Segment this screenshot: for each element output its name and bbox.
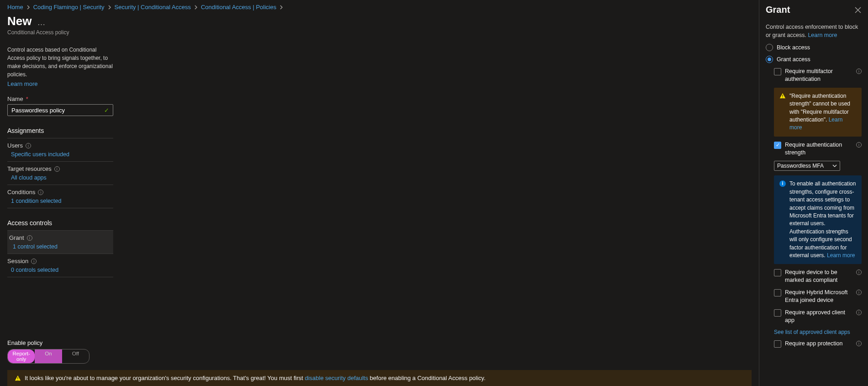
name-label: Name — [7, 95, 23, 102]
disable-security-defaults-link[interactable]: disable security defaults — [305, 375, 368, 381]
access-controls-heading: Access controls — [7, 219, 113, 231]
require-hybrid-checkbox[interactable] — [774, 289, 781, 296]
require-approved-app-label: Require approved client app — [785, 309, 852, 324]
enable-policy-label: Enable policy — [7, 339, 752, 346]
warning-bar: It looks like you're about to manage you… — [7, 370, 752, 386]
session-link[interactable]: 0 controls selected — [7, 267, 58, 273]
info-icon[interactable]: i — [856, 270, 862, 275]
panel-title: Grant — [766, 5, 790, 15]
session-label: Session — [7, 258, 28, 264]
chevron-right-icon — [107, 5, 112, 10]
breadcrumb-3[interactable]: Conditional Access | Policies — [201, 4, 276, 11]
breadcrumb: Home Coding Flamingo | Security Security… — [0, 0, 759, 14]
name-value: Passwordless policy — [11, 107, 65, 114]
info-icon[interactable]: i — [856, 142, 862, 148]
users-label: Users — [7, 142, 23, 149]
require-auth-strength-label: Require authentication strength — [785, 141, 852, 157]
warning-icon — [779, 93, 786, 99]
auth-strength-info-callout: i To enable all authentication strengths… — [774, 175, 862, 264]
intro-text: Control access based on Conditional Acce… — [7, 46, 113, 79]
see-approved-apps-link[interactable]: See list of approved client apps — [774, 329, 862, 335]
require-compliant-checkbox[interactable] — [774, 269, 781, 276]
more-menu-icon[interactable]: … — [37, 18, 45, 27]
require-approved-app-checkbox[interactable] — [774, 309, 781, 317]
page-title: New — [7, 14, 32, 28]
require-app-protection-label: Require app protection — [785, 340, 852, 348]
info-icon[interactable]: i — [54, 166, 60, 172]
mfa-warning-callout: "Require authentication strength" cannot… — [774, 88, 862, 137]
grant-access-radio[interactable]: Grant access — [766, 56, 862, 63]
panel-learn-more[interactable]: Learn more — [808, 32, 837, 38]
conditions-link[interactable]: 1 condition selected — [7, 198, 62, 204]
auth-strength-info-text: To enable all authentication strengths, … — [789, 180, 856, 259]
warn-text-2: before enabling a Conditional Access pol… — [368, 375, 485, 381]
radio-icon — [766, 44, 773, 51]
toggle-off[interactable]: Off — [62, 349, 89, 363]
auth-strength-learn-more[interactable]: Learn more — [827, 252, 855, 259]
warn-text-1: It looks like you're about to manage you… — [25, 375, 305, 381]
auth-strength-value: Passwordless MFA — [777, 163, 824, 169]
radio-icon — [766, 56, 773, 63]
toggle-on[interactable]: On — [35, 349, 62, 363]
warning-icon — [15, 375, 21, 381]
grant-access-label: Grant access — [777, 56, 810, 63]
check-icon: ✓ — [104, 107, 109, 114]
auth-strength-dropdown[interactable]: Passwordless MFA — [774, 161, 840, 171]
chevron-right-icon — [26, 5, 31, 10]
chevron-down-icon — [832, 164, 837, 168]
target-link[interactable]: All cloud apps — [7, 174, 47, 181]
assignments-heading: Assignments — [7, 127, 113, 138]
require-compliant-label: Require device to be marked as compliant — [785, 269, 852, 284]
block-access-label: Block access — [777, 44, 810, 51]
users-link[interactable]: Specific users included — [7, 151, 69, 158]
breadcrumb-1[interactable]: Coding Flamingo | Security — [33, 4, 105, 11]
intro-learn-more[interactable]: Learn more — [7, 80, 37, 87]
require-auth-strength-checkbox[interactable] — [774, 142, 781, 149]
grant-label: Grant — [9, 234, 24, 241]
info-icon[interactable]: i — [27, 235, 32, 241]
conditions-label: Conditions — [7, 189, 35, 196]
target-label: Target resources — [7, 165, 52, 172]
name-input[interactable]: Passwordless policy ✓ — [7, 104, 113, 116]
info-icon[interactable]: i — [31, 259, 37, 264]
info-icon[interactable]: i — [856, 310, 862, 315]
block-access-radio[interactable]: Block access — [766, 44, 862, 51]
info-icon[interactable]: i — [856, 69, 862, 74]
enable-policy-toggle[interactable]: Report-only On Off — [7, 349, 89, 364]
info-icon[interactable]: i — [26, 143, 31, 148]
chevron-right-icon — [279, 5, 284, 10]
info-icon[interactable]: i — [38, 190, 43, 195]
chevron-right-icon — [194, 5, 198, 10]
require-mfa-checkbox[interactable] — [774, 68, 781, 75]
toggle-report-only[interactable]: Report-only — [8, 349, 35, 363]
require-hybrid-label: Require Hybrid Microsoft Entra joined de… — [785, 289, 852, 304]
info-icon[interactable]: i — [856, 341, 862, 346]
breadcrumb-2[interactable]: Security | Conditional Access — [115, 4, 191, 11]
page-subtitle: Conditional Access policy — [7, 29, 752, 36]
breadcrumb-home[interactable]: Home — [7, 4, 23, 11]
require-mfa-label: Require multifactor authentication — [785, 68, 852, 83]
close-icon[interactable] — [854, 6, 862, 14]
info-icon[interactable]: i — [856, 290, 862, 295]
info-icon: i — [779, 180, 786, 187]
require-app-protection-checkbox[interactable] — [774, 340, 781, 348]
grant-link[interactable]: 1 control selected — [9, 243, 58, 250]
